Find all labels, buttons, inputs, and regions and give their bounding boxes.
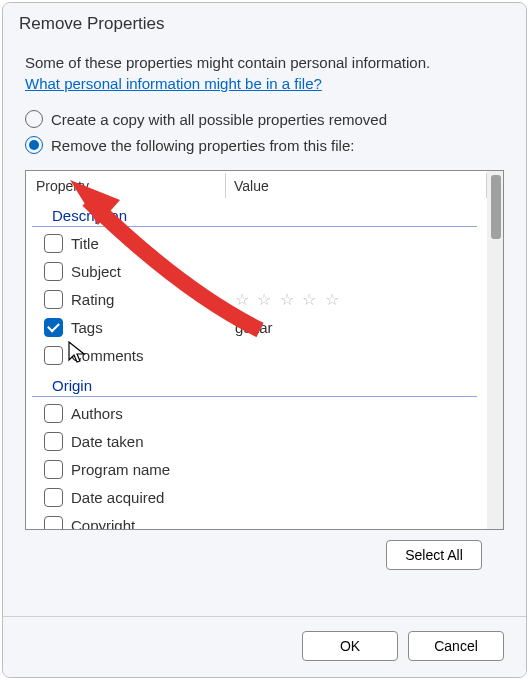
radio-icon	[25, 110, 43, 128]
checkbox-rating[interactable]	[44, 290, 63, 309]
rating-stars: ☆ ☆ ☆ ☆ ☆	[235, 290, 487, 309]
checkbox-subject[interactable]	[44, 262, 63, 281]
property-row-tags[interactable]: Tags guitar	[26, 313, 487, 341]
header-value[interactable]: Value	[226, 173, 487, 198]
remove-properties-dialog: Remove Properties Some of these properti…	[2, 2, 527, 678]
prop-name: Subject	[71, 263, 235, 280]
property-row-copyright[interactable]: Copyright	[26, 511, 487, 529]
checkbox-comments[interactable]	[44, 346, 63, 365]
property-row-comments[interactable]: Comments	[26, 341, 487, 369]
select-all-button[interactable]: Select All	[386, 540, 482, 570]
radio-remove-following[interactable]: Remove the following properties from thi…	[25, 136, 504, 154]
prop-name: Rating	[71, 291, 235, 308]
checkbox-date-taken[interactable]	[44, 432, 63, 451]
property-row-date-acquired[interactable]: Date acquired	[26, 483, 487, 511]
radio-label: Create a copy with all possible properti…	[51, 111, 387, 128]
cancel-button[interactable]: Cancel	[408, 631, 504, 661]
checkbox-title[interactable]	[44, 234, 63, 253]
prop-name: Date acquired	[71, 489, 235, 506]
radio-icon-selected	[25, 136, 43, 154]
radio-dot-icon	[29, 140, 39, 150]
help-link[interactable]: What personal information might be in a …	[25, 75, 504, 92]
list-content: Property Value Description Title Subject	[26, 171, 487, 529]
properties-list: Property Value Description Title Subject	[25, 170, 504, 530]
dialog-title: Remove Properties	[3, 3, 526, 42]
prop-name: Title	[71, 235, 235, 252]
scrollbar-thumb[interactable]	[491, 175, 501, 239]
group-description: Description	[32, 203, 477, 227]
radio-create-copy[interactable]: Create a copy with all possible properti…	[25, 110, 504, 128]
property-row-date-taken[interactable]: Date taken	[26, 427, 487, 455]
property-row-subject[interactable]: Subject	[26, 257, 487, 285]
prop-name: Program name	[71, 461, 235, 478]
checkbox-date-acquired[interactable]	[44, 488, 63, 507]
property-row-authors[interactable]: Authors	[26, 399, 487, 427]
checkbox-copyright[interactable]	[44, 516, 63, 530]
header-property[interactable]: Property	[26, 173, 226, 198]
group-origin: Origin	[32, 373, 477, 397]
prop-name: Tags	[71, 319, 235, 336]
property-row-rating[interactable]: Rating ☆ ☆ ☆ ☆ ☆	[26, 285, 487, 313]
prop-name: Copyright	[71, 517, 235, 530]
dialog-footer: OK Cancel	[3, 616, 526, 677]
select-all-row: Select All	[25, 530, 504, 578]
property-row-title[interactable]: Title	[26, 229, 487, 257]
prop-name: Date taken	[71, 433, 235, 450]
checkbox-authors[interactable]	[44, 404, 63, 423]
property-row-program-name[interactable]: Program name	[26, 455, 487, 483]
ok-button[interactable]: OK	[302, 631, 398, 661]
list-header: Property Value	[26, 173, 487, 199]
prop-name: Authors	[71, 405, 235, 422]
scrollbar[interactable]	[487, 171, 503, 529]
radio-label: Remove the following properties from thi…	[51, 137, 354, 154]
checkbox-program-name[interactable]	[44, 460, 63, 479]
intro-text: Some of these properties might contain p…	[25, 54, 504, 71]
prop-name: Comments	[71, 347, 235, 364]
dialog-content: Some of these properties might contain p…	[3, 42, 526, 616]
checkbox-tags[interactable]	[44, 318, 63, 337]
prop-value: guitar	[235, 319, 487, 336]
